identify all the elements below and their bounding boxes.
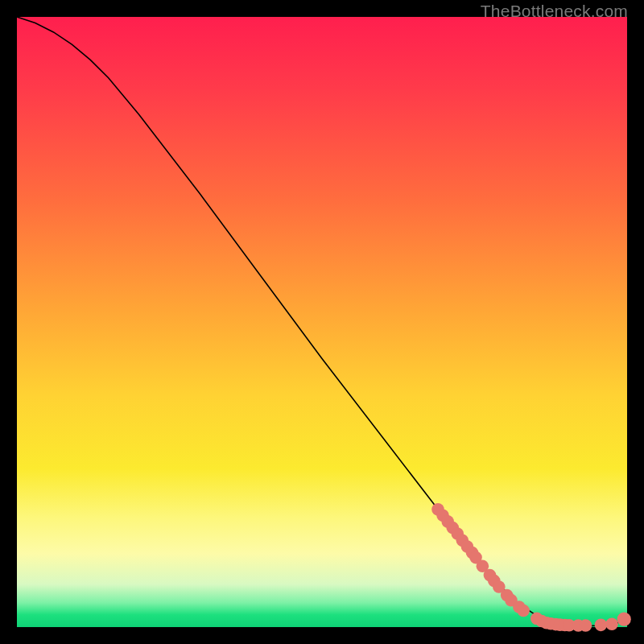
chart-svg <box>17 17 627 627</box>
data-point <box>595 619 608 632</box>
plot-area <box>17 17 627 627</box>
data-point <box>517 605 530 617</box>
data-point <box>580 619 592 632</box>
data-point <box>605 617 618 630</box>
data-point <box>617 613 631 626</box>
chart-frame: TheBottleneck.com <box>0 0 644 644</box>
bottleneck-curve <box>17 17 627 625</box>
